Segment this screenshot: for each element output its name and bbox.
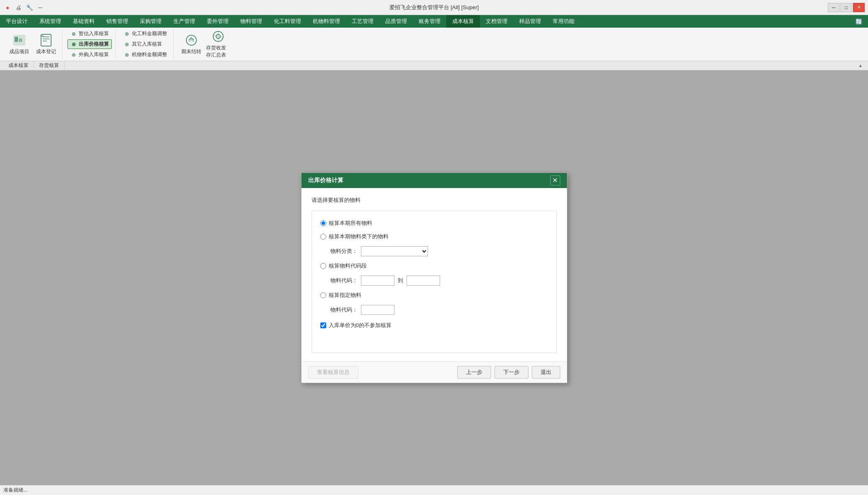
estimated-warehouse-icon: ⊕ — [70, 31, 77, 37]
cost-register-icon — [39, 34, 53, 47]
radio-specific-material[interactable] — [320, 292, 326, 298]
radio-category-materials[interactable] — [320, 234, 326, 240]
code-from-input[interactable] — [361, 276, 394, 286]
purchase-warehouse-btn[interactable]: ⊕ 外购入库核算 — [67, 50, 112, 59]
menu-finance-mgmt[interactable]: 账务管理 — [413, 15, 446, 28]
checkbox-row: 入库单价为0的不参加核算 — [320, 322, 548, 329]
menu-purchase-mgmt[interactable]: 采购管理 — [134, 15, 167, 28]
menu-common-func[interactable]: 常用功能 — [547, 15, 580, 28]
estimated-warehouse-btn[interactable]: ⊕ 暂估入库核算 — [67, 29, 112, 39]
period-close-button[interactable]: 期末结转 — [179, 30, 204, 59]
inventory-summary-icon — [211, 30, 225, 43]
other-warehouse-label: 其它入库核算 — [132, 41, 162, 48]
menu-sales-mgmt[interactable]: 销售管理 — [100, 15, 134, 28]
modal-footer: 查看核算信息 上一步 下一步 退出 — [301, 361, 567, 383]
minimize-button[interactable]: ─ — [828, 3, 840, 12]
option-all-materials[interactable]: 核算本期所有物料 — [320, 219, 548, 227]
other-warehouse-icon: ⊕ — [124, 41, 130, 48]
menu-quality-mgmt[interactable]: 品质管理 — [379, 15, 413, 28]
prev-button[interactable]: 上一步 — [457, 366, 491, 379]
specific-code-label: 物料代码： — [330, 306, 358, 314]
purchase-warehouse-icon: ⊕ — [70, 52, 77, 58]
chem-amount-adjust-icon: ⊕ — [124, 31, 130, 37]
close-button[interactable]: ✕ — [853, 3, 865, 12]
chem-amount-adjust-btn[interactable]: ⊕ 化工料金额调整 — [121, 29, 170, 39]
code-to-input[interactable] — [407, 276, 440, 286]
specific-code-input[interactable] — [361, 305, 394, 315]
menu-bar: 平台设计 系统管理 基础资料 销售管理 采购管理 生产管理 委外管理 物料管理 … — [0, 15, 868, 28]
outbound-price-label: 出库价格核算 — [79, 41, 109, 48]
outbound-price-icon: ⊕ — [70, 41, 77, 48]
machine-amount-adjust-icon: ⊕ — [124, 52, 130, 58]
menu-production-mgmt[interactable]: 生产管理 — [167, 15, 201, 28]
specific-code-form-row: 物料代码： — [330, 305, 548, 315]
toolbar-group-cost-calc: ⊕ 暂估入库核算 ⊕ 出库价格核算 ⊕ 外购入库核算 — [64, 29, 116, 59]
collapse-button[interactable]: ▲ — [856, 62, 865, 70]
app-title: 爱招飞企业整合管理平台 [All] [Super] — [389, 4, 479, 11]
toolbar-group-adjustments: ⊕ 化工料金额调整 ⊕ 其它入库核算 ⊕ 机物料金额调整 — [117, 29, 174, 59]
svg-rect-5 — [43, 39, 49, 39]
code-to-text: 到 — [398, 277, 403, 284]
menu-machine-material[interactable]: 机物料管理 — [307, 15, 346, 28]
toolbar: 成品项目 成本登记 ⊕ 暂估入库核算 — [0, 28, 868, 61]
exclude-zero-price-label: 入库单价为0的不参加核算 — [329, 322, 392, 329]
inventory-summary-button[interactable]: 存货收发存汇总表 — [206, 30, 231, 59]
menu-material-mgmt[interactable]: 物料管理 — [234, 15, 268, 28]
outbound-price-btn[interactable]: ⊕ 出库价格核算 — [67, 39, 112, 49]
svg-rect-6 — [43, 41, 47, 41]
menu-basic-data[interactable]: 基础资料 — [67, 15, 100, 28]
modal-body: 请选择要核算的物料 核算本期所有物料 核算本期物料类下的物料 物料分类： — [301, 188, 567, 361]
menu-doc-mgmt[interactable]: 文档管理 — [480, 15, 513, 28]
section-inventory: 存货核算 — [34, 61, 64, 70]
modal-footer-right: 上一步 下一步 退出 — [457, 366, 560, 379]
menu-process-mgmt[interactable]: 工艺管理 — [346, 15, 379, 28]
maximize-button[interactable]: □ — [840, 3, 852, 12]
menu-system-mgmt[interactable]: 系统管理 — [33, 15, 67, 28]
chem-amount-adjust-label: 化工料金额调整 — [132, 30, 167, 37]
option-code-range-label: 核算物料代码段 — [329, 262, 367, 270]
menu-chem-material[interactable]: 化工料管理 — [268, 15, 307, 28]
modal-close-button[interactable]: ✕ — [550, 175, 560, 186]
estimated-warehouse-label: 暂估入库核算 — [79, 30, 109, 37]
section-cost-calc: 成本核算 — [3, 61, 34, 70]
finished-product-button[interactable]: 成品项目 — [7, 30, 32, 59]
window-controls[interactable]: ─ □ ✕ — [828, 3, 865, 12]
section-bar: 成本核算 存货核算 ▲ — [0, 61, 868, 70]
app-icon-print: 🖨 — [14, 3, 23, 12]
inventory-summary-label: 存货收发存汇总表 — [206, 44, 230, 59]
app-icon-tools: 🔧 — [25, 3, 33, 12]
radio-all-materials[interactable] — [320, 220, 326, 226]
other-warehouse-btn[interactable]: ⊕ 其它入库核算 — [121, 39, 170, 49]
toolbar-group-period: 期末结转 存货收发存汇总表 — [175, 29, 234, 59]
option-category-materials[interactable]: 核算本期物料类下的物料 — [320, 233, 548, 240]
menu-sample-mgmt[interactable]: 样品管理 — [513, 15, 547, 28]
cost-register-button[interactable]: 成本登记 — [33, 30, 59, 59]
modal-content-area: 核算本期所有物料 核算本期物料类下的物料 物料分类： — [312, 211, 557, 353]
modal-footer-left: 查看核算信息 — [308, 366, 358, 379]
menu-refresh[interactable]: 🔄 — [850, 15, 868, 28]
category-select[interactable] — [361, 246, 428, 256]
title-bar-icons: ● 🖨 🔧 ─ — [3, 3, 44, 12]
menu-platform-design[interactable]: 平台设计 — [0, 15, 33, 28]
status-text: 准备就绪... — [3, 487, 28, 494]
app-icon-circle: ● — [3, 3, 12, 12]
svg-rect-2 — [19, 39, 22, 42]
finished-product-label: 成品项目 — [9, 48, 29, 55]
exit-button[interactable]: 退出 — [532, 366, 560, 379]
menu-outsource-mgmt[interactable]: 委外管理 — [201, 15, 234, 28]
modal-overlay: 出库价格计算 ✕ 请选择要核算的物料 核算本期所有物料 核算本期物料类下的物料 — [0, 70, 868, 485]
view-info-button: 查看核算信息 — [308, 366, 358, 379]
code-range-label: 物料代码： — [330, 277, 358, 284]
purchase-warehouse-label: 外购入库核算 — [79, 51, 109, 58]
app-icon-pin: ─ — [36, 3, 44, 12]
radio-code-range[interactable] — [320, 263, 326, 269]
menu-cost-calc[interactable]: 成本核算 — [446, 15, 480, 28]
option-specific-material[interactable]: 核算指定物料 — [320, 291, 548, 299]
code-range-form-row: 物料代码： 到 — [330, 276, 548, 286]
category-label: 物料分类： — [330, 248, 358, 255]
next-button[interactable]: 下一步 — [495, 366, 528, 379]
option-code-range[interactable]: 核算物料代码段 — [320, 262, 548, 270]
exclude-zero-price-checkbox[interactable] — [320, 322, 326, 328]
option-all-label: 核算本期所有物料 — [329, 219, 372, 227]
machine-amount-adjust-btn[interactable]: ⊕ 机物料金额调整 — [121, 50, 170, 59]
